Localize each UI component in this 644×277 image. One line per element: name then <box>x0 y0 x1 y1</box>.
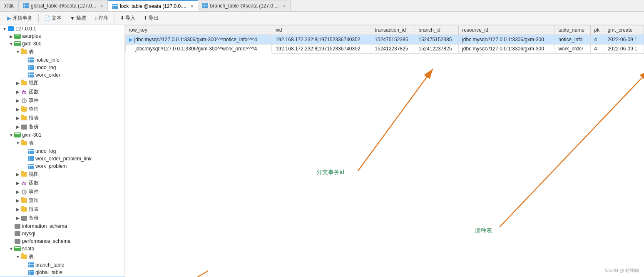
tab-global[interactable]: global_table @seata (127.0... ✕ <box>19 0 108 11</box>
table-wopl-icon <box>27 156 34 162</box>
col-header-xid[interactable]: xid <box>272 25 371 35</box>
sort-button[interactable]: ↕ 排序 <box>91 13 112 23</box>
db-asurplus-label: asurplus <box>22 33 41 39</box>
db-perf-schema-icon <box>14 238 21 244</box>
col-header-rowkey[interactable]: row_key <box>125 25 272 35</box>
col-header-transaction-id[interactable]: transaction_id <box>371 25 415 35</box>
db-asurplus-node[interactable]: ▶ asurplus <box>0 32 124 40</box>
cell-table-name: work_order <box>555 44 591 53</box>
server-node[interactable]: ▼ 127.0.0.1 <box>0 25 124 32</box>
cell-branch-id: 152412237825 <box>415 44 459 53</box>
col-header-branch-id[interactable]: branch_id <box>415 25 459 35</box>
tab-lock[interactable]: lock_table @seata (127.0.0.... ✕ <box>108 0 198 11</box>
table-global-table-node[interactable]: ▶ global_table <box>0 269 124 276</box>
table-work-order-problem-link-node[interactable]: ▶ work_order_problem_link <box>0 155 124 162</box>
gxm301-views-icon <box>21 172 27 177</box>
start-transaction-button[interactable]: ▶ 开始事务 <box>3 13 36 23</box>
gxm300-views-icon <box>21 80 27 86</box>
db-seata-node[interactable]: ▼ seata <box>0 245 124 252</box>
db-info-schema-node[interactable]: ▶ information_schema <box>0 222 124 230</box>
gxm301-tables-folder[interactable]: ▼ 表 <box>0 139 124 147</box>
db-perf-schema-node[interactable]: ▶ performance_schema <box>0 237 124 245</box>
data-table: row_key xid transaction_id branch_id res… <box>125 25 644 54</box>
col-header-resource-id[interactable]: resource_id <box>459 25 555 35</box>
gxm301-reports-arrow: ▶ <box>15 207 21 212</box>
tab-global-label: global_table @seata (127.0... <box>31 3 96 9</box>
tab-lock-close[interactable]: ✕ <box>190 4 194 8</box>
tab-global-close[interactable]: ✕ <box>100 4 103 8</box>
db-mysql-label: mysql <box>22 231 35 237</box>
col-header-gmt-create[interactable]: gmt_create <box>604 25 644 35</box>
tab-branch-close[interactable]: ✕ <box>283 4 286 8</box>
tab-branch[interactable]: branch_table @seata (127.0.... ✕ <box>198 0 291 11</box>
gxm301-reports-label: 报表 <box>29 206 39 213</box>
gxm301-funcs-label: 函数 <box>29 180 39 187</box>
cell-table-name: notice_info <box>555 35 591 45</box>
import-button[interactable]: ⬇ 导入 <box>117 13 139 23</box>
cell-transaction-id: 152475152385 <box>371 35 415 45</box>
gxm300-reports-folder[interactable]: ▶ 报表 <box>0 114 124 122</box>
export-icon: ⬆ <box>144 15 147 21</box>
toolbar-separator-2 <box>114 14 114 22</box>
gxm301-views-folder[interactable]: ▶ 视图 <box>0 170 124 179</box>
gxm301-queries-folder[interactable]: ▶ 查询 <box>0 196 124 205</box>
gxm301-views-arrow: ▶ <box>15 172 21 177</box>
gxm301-events-folder[interactable]: ▶ 事件 <box>0 187 124 196</box>
db-gxm301-node[interactable]: ▼ gxm-301 <box>0 131 124 139</box>
gxm301-backup-folder[interactable]: ▶ 备份 <box>0 214 124 222</box>
svg-line-1 <box>358 69 433 171</box>
table-branch-table-label: branch_table <box>35 262 64 268</box>
table-notice-info-label: notice_info <box>35 57 60 63</box>
cell-transaction-id: 152412237825 <box>371 44 415 53</box>
seata-tables-label: 表 <box>29 253 34 260</box>
db-seata-label: seata <box>22 246 34 252</box>
tab-object[interactable]: 对象 <box>0 0 19 11</box>
col-header-pk[interactable]: pk <box>591 25 604 35</box>
gxm301-backup-arrow: ▶ <box>15 215 21 221</box>
gxm301-funcs-folder[interactable]: ▶ fx 函数 <box>0 179 124 187</box>
db-gxm300-node[interactable]: ▼ gxm-300 <box>0 40 124 47</box>
table-work-order-icon <box>27 72 34 78</box>
db-seata-arrow: ▼ <box>8 246 14 252</box>
gxm300-backup-folder[interactable]: ▶ 备份 <box>0 122 124 131</box>
table-work-problem-node[interactable]: ▶ work_problem <box>0 162 124 170</box>
gxm300-funcs-folder[interactable]: ▶ fx 函数 <box>0 87 124 96</box>
db-gxm300-icon <box>14 41 21 47</box>
table-row[interactable]: jdbc:mysql://127.0.0.1:3306/gxm-300^^wor… <box>125 44 644 53</box>
gxm300-events-label: 事件 <box>29 97 39 104</box>
gxm300-events-arrow: ▶ <box>15 98 21 104</box>
text-button[interactable]: 📄 文本 <box>41 13 65 23</box>
filter-button[interactable]: ▼ 筛选 <box>66 13 90 23</box>
db-gxm300-label: gxm-300 <box>22 41 42 47</box>
gxm300-tables-folder[interactable]: ▼ 表 <box>0 47 124 56</box>
gxm300-funcs-arrow: ▶ <box>15 89 21 95</box>
table-branch-table-node[interactable]: ▶ branch_table <box>0 261 124 269</box>
table-row[interactable]: ▶jdbc:mysql://127.0.0.1:3306/gxm-300^^^n… <box>125 35 644 45</box>
cell-pk: 4 <box>591 35 604 45</box>
gxm300-reports-icon <box>21 115 27 121</box>
table-notice-info-node[interactable]: ▶ notice_info <box>0 56 124 64</box>
table-global-table-label: global_table <box>35 270 62 275</box>
gxm300-views-folder[interactable]: ▶ 视图 <box>0 79 124 87</box>
gxm301-reports-folder[interactable]: ▶ 报表 <box>0 205 124 214</box>
toolbar-separator-1 <box>38 14 39 22</box>
cell-pk: 4 <box>591 44 604 53</box>
tab-branch-label: branch_table @seata (127.0.... <box>210 3 279 9</box>
export-button[interactable]: ⬆ 导出 <box>140 13 162 23</box>
table-undo-log-300-node[interactable]: ▶ undo_log <box>0 64 124 71</box>
seata-tables-folder[interactable]: ▼ 表 <box>0 252 124 261</box>
annotation-svg <box>125 25 644 277</box>
table-work-order-node[interactable]: ▶ work_order <box>0 71 124 79</box>
gxm300-views-label: 视图 <box>29 80 39 87</box>
gxm301-tables-arrow: ▼ <box>15 140 21 146</box>
data-table-container[interactable]: row_key xid transaction_id branch_id res… <box>125 25 644 54</box>
gxm300-events-folder[interactable]: ▶ 事件 <box>0 96 124 105</box>
gxm300-queries-folder[interactable]: ▶ 查询 <box>0 105 124 114</box>
gxm301-events-label: 事件 <box>29 188 39 195</box>
table-undo-log-301-node[interactable]: ▶ undo_log <box>0 147 124 155</box>
gxm301-reports-icon <box>21 207 27 212</box>
col-header-table-name[interactable]: table_name <box>555 25 591 35</box>
db-gxm301-label: gxm-301 <box>22 132 42 138</box>
table-work-order-label: work_order <box>35 72 60 78</box>
db-mysql-node[interactable]: ▶ mysql <box>0 230 124 237</box>
